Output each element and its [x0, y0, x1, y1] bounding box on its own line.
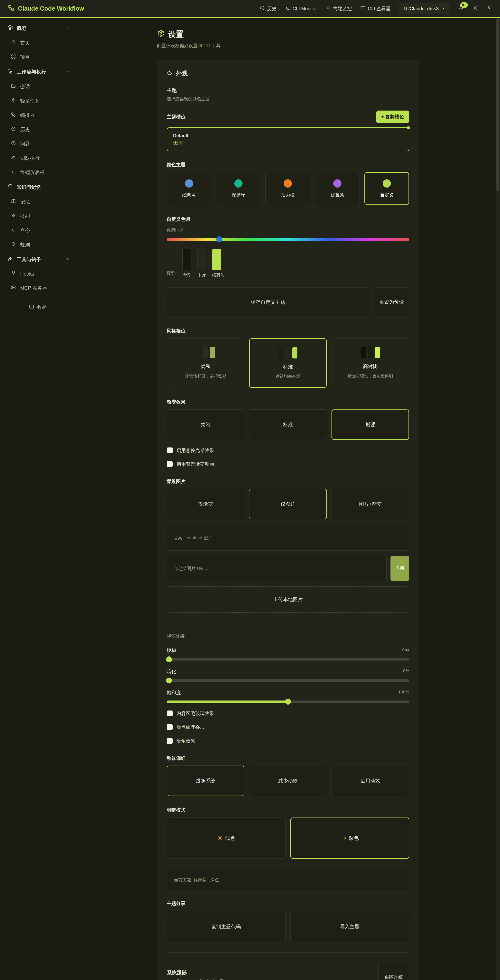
bg-image-only-button[interactable]: 仅图片 — [249, 489, 327, 519]
project-selector[interactable]: D:/Claude_dms3 — [399, 3, 450, 14]
user-button[interactable] — [487, 5, 492, 12]
bg-animation-checkbox[interactable] — [167, 461, 173, 467]
sidebar-item-orchestrator[interactable]: 编排器 — [0, 108, 76, 122]
glass-checkbox[interactable] — [167, 711, 173, 716]
tier-swatches — [361, 347, 380, 358]
bg-gradient-only-button[interactable]: 仅渐变 — [167, 489, 244, 519]
follow-system-button[interactable]: 跟随系统 — [378, 963, 409, 980]
motion-label: 动效偏好 — [167, 755, 409, 761]
blur-slider-thumb[interactable] — [166, 656, 172, 662]
sidebar-collapse-button[interactable]: 收起 — [0, 299, 76, 315]
nav-cli-monitor[interactable]: CLI Monitor — [285, 5, 317, 12]
motion-enable-button[interactable]: 启用动效 — [332, 765, 409, 796]
custom-hue-label: 自定义色调 — [167, 216, 409, 222]
motion-follow-system-button[interactable]: 跟随系统 — [167, 765, 244, 796]
theme-toggle-button[interactable] — [473, 5, 478, 12]
sidebar-item-sessions[interactable]: 会话 — [0, 80, 76, 94]
preview-background-swatch: 背景 — [183, 249, 191, 278]
nav-cli-viewer[interactable]: CLI 查看器 — [360, 5, 390, 12]
bg-image-label: 背景图片 — [167, 478, 409, 485]
hover-glow-row: 启用悬停光晕效果 — [167, 447, 409, 453]
panel-collapse-icon — [29, 304, 34, 310]
saturation-value: 100% — [398, 689, 409, 696]
unsplash-search-input[interactable] — [167, 525, 409, 550]
style-tier-high-contrast[interactable]: 高对比 增强可读性，色彩更鲜明 — [332, 338, 409, 388]
saturation-slider-thumb[interactable] — [285, 699, 291, 705]
saturation-slider[interactable] — [167, 700, 409, 703]
notifications-button[interactable]: 9+ — [459, 5, 464, 12]
tier-swatches — [196, 347, 215, 358]
wrench-icon — [8, 256, 13, 262]
gradient-off-button[interactable]: 关闭 — [167, 409, 244, 440]
darken-value: 0% — [403, 668, 409, 675]
dark-mode-button[interactable]: ☽ 深色 — [290, 818, 409, 859]
preview-label: 预览: — [167, 270, 176, 278]
palette-classic-blue[interactable]: 经典蓝 — [167, 172, 211, 205]
save-custom-theme-button[interactable]: 保存自定义主题 — [167, 287, 369, 317]
import-theme-button[interactable]: 导入主题 — [290, 911, 409, 942]
sidebar-section-knowledge[interactable]: 知识与记忆 — [0, 180, 76, 195]
hue-slider-thumb[interactable] — [216, 236, 222, 242]
gradient-enhanced-button[interactable]: 增强 — [332, 409, 409, 440]
scrollbar-thumb[interactable] — [497, 19, 499, 191]
upload-local-image-button[interactable]: 上传本地图片 — [167, 586, 409, 613]
copy-slot-button[interactable]: + 复制槽位 — [376, 111, 409, 123]
nav-history[interactable]: 历史 — [260, 5, 276, 12]
sidebar-item-history[interactable]: 历史 — [0, 122, 76, 137]
theme-slot-default[interactable]: Default 使用中 — [167, 127, 409, 151]
saturation-label: 饱和度 — [167, 689, 181, 696]
page-scrollbar[interactable] — [496, 18, 500, 980]
sidebar-section-workflow[interactable]: 工作流与执行 — [0, 64, 76, 80]
sidebar-item-terminal-dashboard[interactable]: 终端仪表板 — [0, 165, 76, 180]
motion-reduce-button[interactable]: 减少动效 — [249, 765, 327, 796]
sidebar-item-commands[interactable]: 命令 — [0, 223, 76, 237]
clock-icon — [11, 126, 16, 132]
sidebar-item-skills[interactable]: 技能 — [0, 209, 76, 223]
darken-slider-thumb[interactable] — [166, 678, 172, 684]
page-title: 设置 — [157, 29, 419, 40]
current-theme-info: 当前主题: 优雅紫 · 深色 — [167, 870, 409, 890]
blur-slider[interactable] — [167, 658, 409, 660]
reset-preset-button[interactable]: 重置为预设 — [374, 287, 409, 317]
sidebar-item-home[interactable]: 首页 — [0, 36, 76, 50]
nav-terminal-monitor[interactable]: 终端监控 — [325, 5, 352, 12]
darken-slider[interactable] — [167, 679, 409, 682]
user-icon — [487, 5, 492, 12]
sidebar-item-light-tasks[interactable]: 轻量任务 — [0, 94, 76, 108]
hover-glow-checkbox[interactable] — [167, 447, 173, 453]
palette-deep-green[interactable]: 深邃绿 — [216, 172, 261, 205]
app-header: Claude Code Workflow 历史 CLI Monitor 终端监控… — [0, 0, 500, 18]
sidebar-item-hooks[interactable]: Hooks — [0, 267, 76, 281]
vignette-checkbox[interactable] — [167, 738, 173, 744]
gradient-standard-button[interactable]: 标准 — [249, 409, 327, 440]
sidebar-item-issues[interactable]: 问题 — [0, 137, 76, 151]
sidebar-item-rules[interactable]: 规则 — [0, 237, 76, 252]
style-tier-standard[interactable]: 标准 默认均衡外观 — [249, 338, 327, 388]
green-swatch — [234, 179, 243, 188]
palette-custom[interactable]: 自定义 — [364, 172, 409, 205]
custom-image-url-input[interactable] — [167, 556, 387, 581]
system-follow-title: 系统跟随 — [167, 969, 224, 976]
noise-checkbox[interactable] — [167, 724, 173, 730]
theme-desc: 选择您喜欢的颜色主题 — [167, 96, 409, 102]
sidebar-item-mcp-servers[interactable]: MCP 服务器 — [0, 281, 76, 295]
palette-vibrant-orange[interactable]: 活力橙 — [265, 172, 310, 205]
style-tier-soft[interactable]: 柔和 降低饱和度，柔和色彩 — [167, 338, 244, 388]
chevron-up-icon — [65, 256, 70, 262]
palette-elegant-purple[interactable]: 优雅紫 — [315, 172, 360, 205]
shield-icon — [11, 242, 16, 248]
sidebar: 概览 首页 项目 工作流与执行 会话 轻量任务 编排器 历史 问题 团队执行 — [0, 18, 76, 315]
sidebar-item-memory[interactable]: 记忆 — [0, 195, 76, 209]
sidebar-item-projects[interactable]: 项目 — [0, 50, 76, 64]
copy-theme-code-button[interactable]: 复制主题代码 — [167, 911, 286, 942]
hue-slider[interactable] — [167, 238, 409, 241]
sidebar-section-tools[interactable]: 工具与钩子 — [0, 252, 76, 267]
sidebar-section-overview[interactable]: 概览 — [0, 21, 76, 36]
layers-icon — [8, 25, 13, 31]
apply-url-button[interactable]: 应用 — [390, 556, 409, 581]
light-mode-button[interactable]: ☀ 浅色 — [167, 818, 286, 859]
bg-image-gradient-button[interactable]: 图片+渐变 — [332, 489, 409, 519]
vignette-row: 暗角效果 — [167, 738, 409, 744]
sidebar-item-team-execution[interactable]: 团队执行 — [0, 151, 76, 165]
slot-status: 使用中 — [173, 140, 403, 146]
